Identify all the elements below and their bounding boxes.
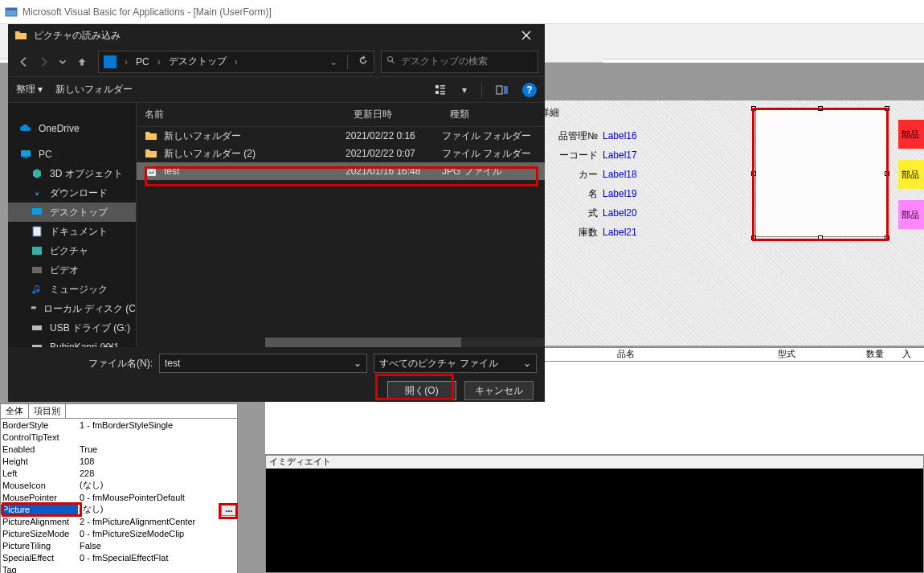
pc-icon bbox=[104, 55, 117, 68]
properties-grid: BorderStyle1 - fmBorderStyleSingle Contr… bbox=[1, 419, 237, 573]
tree-item-videos[interactable]: ビデオ bbox=[8, 260, 136, 280]
nav-back-button[interactable] bbox=[14, 52, 34, 72]
immediate-window-body[interactable] bbox=[266, 469, 923, 572]
svg-rect-14 bbox=[23, 158, 28, 158]
breadcrumb[interactable]: PC デスクトップ ⌄ bbox=[98, 51, 374, 73]
tree-label: USB ドライブ (G:) bbox=[50, 321, 130, 335]
dialog-body: OneDrive PC 3D オブジェクト ダウンロード デスクトップ ドキュメ… bbox=[8, 103, 545, 347]
form-field-label: ーコード bbox=[538, 149, 603, 162]
list-item-image[interactable]: test 2021/01/16 16:48 JPG ファイル bbox=[137, 162, 545, 180]
selected-image-control[interactable] bbox=[755, 108, 887, 237]
form-field-value: Label17 bbox=[603, 149, 659, 161]
file-name: test bbox=[164, 166, 179, 177]
file-list: 名前 更新日時 種類 新しいフォルダー 2021/02/22 0:16 ファイル… bbox=[137, 103, 545, 347]
desktop-icon bbox=[31, 206, 43, 219]
prop-value[interactable]: 0 - fmMousePointerDefault bbox=[78, 493, 237, 502]
breadcrumb-dropdown-icon[interactable]: ⌄ bbox=[329, 56, 337, 68]
prop-value[interactable]: True bbox=[78, 444, 237, 454]
tree-item-music[interactable]: ミュージック bbox=[8, 280, 136, 299]
breadcrumb-item[interactable]: PC bbox=[136, 56, 149, 68]
btn-label: 部品 bbox=[902, 129, 919, 141]
prop-value[interactable]: 228 bbox=[78, 469, 237, 478]
new-folder-button[interactable]: 新しいフォルダー bbox=[55, 83, 133, 96]
svg-rect-17 bbox=[32, 247, 42, 255]
filename-combo[interactable]: test⌄ bbox=[159, 354, 367, 373]
form-field-value: Label18 bbox=[603, 169, 659, 180]
prop-name[interactable]: MousePointer bbox=[1, 493, 78, 502]
close-button[interactable] bbox=[508, 24, 545, 47]
tree-item-usb[interactable]: USB ドライブ (G:) bbox=[8, 318, 136, 338]
cancel-button[interactable]: キャンセル bbox=[464, 381, 534, 400]
prop-name[interactable]: PictureAlignment bbox=[1, 517, 78, 526]
prop-value[interactable]: False bbox=[78, 541, 237, 550]
tree-item-disk-c[interactable]: ローカル ディスク (C bbox=[8, 299, 136, 318]
form-field-label: 品管理№ bbox=[538, 129, 603, 143]
prop-value[interactable]: 0 - fmPictureSizeModeClip bbox=[78, 529, 237, 538]
prop-value[interactable]: (なし) bbox=[78, 479, 237, 491]
column-mtime[interactable]: 更新日時 bbox=[345, 108, 442, 121]
prop-name[interactable]: BorderStyle bbox=[1, 420, 78, 430]
tree-item-downloads[interactable]: ダウンロード bbox=[8, 183, 136, 203]
prop-value[interactable]: 108 bbox=[78, 456, 237, 466]
properties-tab-category[interactable]: 項目別 bbox=[29, 404, 66, 418]
tree-item-desktop[interactable]: デスクトップ bbox=[8, 203, 136, 222]
prop-value[interactable]: 2 - fmPictureAlignmentCenter bbox=[78, 517, 237, 526]
nav-tree: OneDrive PC 3D オブジェクト ダウンロード デスクトップ ドキュメ… bbox=[8, 103, 137, 347]
filename-label: ファイル名(N): bbox=[16, 357, 153, 370]
breadcrumb-item[interactable]: デスクトップ bbox=[169, 55, 227, 68]
properties-tab-all[interactable]: 全体 bbox=[1, 404, 29, 418]
tree-item-documents[interactable]: ドキュメント bbox=[8, 222, 136, 241]
horizontal-scrollbar[interactable] bbox=[265, 338, 545, 347]
prop-name[interactable]: Height bbox=[1, 456, 78, 466]
picture-browse-button[interactable]: ... bbox=[221, 503, 237, 516]
tree-item-3d[interactable]: 3D オブジェクト bbox=[8, 164, 136, 183]
nav-forward-button[interactable] bbox=[34, 52, 53, 72]
prop-value[interactable]: (なし) bbox=[78, 503, 237, 515]
immediate-window-label: イミディエイト bbox=[266, 456, 923, 469]
tree-label: 3D オブジェクト bbox=[50, 167, 123, 181]
form-button-yellow[interactable]: 部品 bbox=[898, 160, 924, 189]
document-icon bbox=[31, 225, 43, 238]
list-item-folder[interactable]: 新しいフォルダー (2) 2021/02/22 0:07 ファイル フォルダー bbox=[137, 145, 545, 162]
tree-item-onedrive[interactable]: OneDrive bbox=[8, 119, 136, 138]
prop-name[interactable]: MouseIcon bbox=[1, 481, 78, 490]
file-mtime: 2021/02/22 0:07 bbox=[345, 148, 442, 159]
svg-rect-12 bbox=[504, 86, 508, 94]
file-filter-combo[interactable]: すべてのピクチャ ファイル⌄ bbox=[374, 354, 537, 373]
prop-name[interactable]: Enabled bbox=[1, 444, 78, 454]
form-button-pink[interactable]: 部品 bbox=[898, 200, 924, 229]
prop-name[interactable]: Left bbox=[1, 469, 78, 478]
prop-name[interactable]: ControlTipText bbox=[1, 432, 78, 442]
prop-name[interactable]: PictureTiling bbox=[1, 541, 78, 550]
list-header: 名前 更新日時 種類 bbox=[137, 103, 545, 127]
tree-item-pc[interactable]: PC bbox=[8, 145, 136, 164]
open-button[interactable]: 開く(O) bbox=[387, 381, 456, 400]
nav-up-button[interactable] bbox=[72, 52, 92, 72]
prop-value[interactable]: 0 - fmSpecialEffectFlat bbox=[78, 553, 237, 563]
nav-recent-dropdown[interactable] bbox=[53, 52, 72, 72]
search-input[interactable]: デスクトップの検索 bbox=[381, 51, 538, 73]
prop-name[interactable]: Tag bbox=[1, 565, 78, 574]
list-item-folder[interactable]: 新しいフォルダー 2021/02/22 0:16 ファイル フォルダー bbox=[137, 127, 545, 145]
dialog-titlebar[interactable]: ピクチャの読み込み bbox=[8, 24, 545, 47]
view-dropdown-icon[interactable]: ▾ bbox=[460, 83, 468, 97]
refresh-icon[interactable] bbox=[358, 55, 369, 68]
prop-value[interactable]: 1 - fmBorderStyleSingle bbox=[78, 420, 237, 430]
chevron-down-icon: ⌄ bbox=[523, 358, 531, 369]
prop-name[interactable]: PictureSizeMode bbox=[1, 529, 78, 538]
column-name[interactable]: 名前 bbox=[137, 108, 345, 121]
preview-pane-button[interactable] bbox=[495, 83, 509, 97]
prop-name[interactable]: SpecialEffect bbox=[1, 553, 78, 563]
network-drive-icon bbox=[31, 341, 43, 347]
view-mode-button[interactable] bbox=[433, 83, 448, 97]
organize-button[interactable]: 整理 ▾ bbox=[16, 83, 43, 96]
tree-item-network[interactable]: BuhinKanri (¥¥1 bbox=[8, 338, 136, 347]
form-button-red[interactable]: 部品 bbox=[898, 120, 924, 149]
tree-label: OneDrive bbox=[39, 123, 80, 134]
file-mtime: 2021/01/16 16:48 bbox=[345, 166, 442, 177]
prop-name[interactable]: Picture bbox=[1, 505, 78, 514]
dialog-nav: PC デスクトップ ⌄ デスクトップの検索 bbox=[8, 47, 545, 77]
tree-item-pictures[interactable]: ピクチャ bbox=[8, 241, 136, 260]
help-button[interactable]: ? bbox=[522, 83, 537, 97]
column-type[interactable]: 種類 bbox=[442, 108, 545, 121]
